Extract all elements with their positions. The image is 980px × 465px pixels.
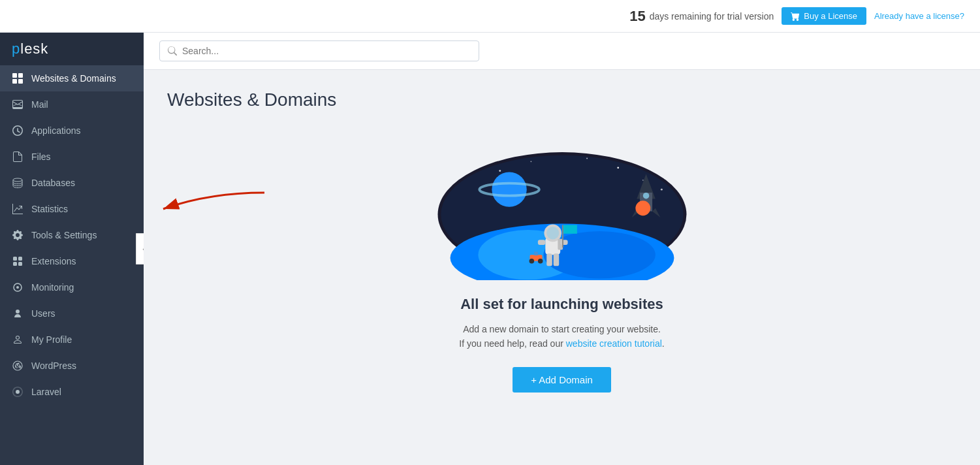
svg-rect-0	[12, 73, 17, 78]
already-license-link[interactable]: Already have a license?	[874, 11, 964, 21]
svg-point-16	[660, 189, 662, 191]
my-profile-icon	[12, 334, 24, 345]
search-bar-area	[144, 33, 980, 70]
sidebar-item-databases[interactable]: Databases	[0, 170, 144, 196]
svg-point-30	[546, 227, 559, 239]
svg-rect-33	[553, 253, 559, 266]
center-description: Add a new domain to start creating your …	[459, 322, 664, 351]
svg-rect-37	[563, 225, 577, 233]
center-desc-part2: If you need help, read our	[459, 338, 565, 349]
svg-point-8	[16, 390, 20, 394]
tools-settings-icon	[12, 229, 24, 241]
search-input-wrap	[159, 40, 479, 61]
trial-text: days remaining for trial version	[650, 11, 774, 22]
sidebar-item-my-profile[interactable]: My Profile	[0, 327, 144, 353]
svg-point-11	[499, 170, 501, 172]
svg-point-22	[543, 231, 655, 278]
svg-rect-2	[12, 79, 17, 84]
svg-point-4	[13, 178, 22, 182]
search-input[interactable]	[182, 46, 471, 56]
sidebar-item-label-extensions: Extensions	[31, 256, 76, 266]
sidebar-item-label-files: Files	[31, 152, 51, 162]
svg-rect-32	[546, 253, 552, 266]
add-domain-button[interactable]: + Add Domain	[513, 367, 611, 393]
sidebar: plesk Websites & Domains Mail Applicatio…	[0, 33, 144, 465]
cart-icon	[791, 12, 800, 21]
svg-point-12	[530, 161, 531, 162]
sidebar-item-tools-settings[interactable]: Tools & Settings	[0, 222, 144, 248]
sidebar-item-extensions[interactable]: Extensions	[0, 248, 144, 274]
svg-point-38	[635, 200, 650, 216]
databases-icon	[12, 177, 24, 189]
files-icon	[12, 151, 24, 163]
svg-point-41	[537, 259, 543, 264]
sidebar-item-label-laravel: Laravel	[31, 387, 61, 397]
sidebar-item-websites-domains[interactable]: Websites & Domains	[0, 65, 144, 91]
sidebar-item-mail[interactable]: Mail	[0, 91, 144, 118]
svg-rect-36	[562, 225, 563, 247]
svg-rect-34	[537, 240, 545, 245]
page-title: Websites & Domains	[167, 89, 956, 110]
users-icon	[12, 308, 24, 319]
svg-rect-35	[560, 240, 567, 245]
sidebar-item-label-my-profile: My Profile	[31, 334, 72, 345]
sidebar-item-label-monitoring: Monitoring	[31, 282, 74, 293]
buy-license-label: Buy a License	[804, 11, 857, 21]
svg-point-27	[642, 193, 649, 199]
laravel-icon	[12, 386, 24, 398]
website-creation-tutorial-link[interactable]: website creation tutorial	[566, 338, 662, 349]
svg-point-13	[617, 167, 619, 168]
svg-rect-1	[18, 73, 23, 78]
svg-point-17	[586, 158, 588, 159]
sidebar-item-monitoring[interactable]: Monitoring	[0, 274, 144, 300]
sidebar-item-laravel[interactable]: Laravel	[0, 379, 144, 405]
sidebar-item-label-mail: Mail	[31, 99, 48, 110]
applications-icon	[12, 125, 24, 136]
svg-point-40	[529, 259, 534, 264]
statistics-icon	[12, 203, 24, 215]
extensions-icon	[12, 255, 24, 267]
websites-domains-icon	[12, 72, 24, 84]
svg-point-14	[642, 180, 643, 181]
content-area: Websites & Domains	[144, 33, 980, 465]
main-layout: plesk Websites & Domains Mail Applicatio…	[0, 33, 980, 465]
sidebar-item-label-statistics: Statistics	[31, 204, 68, 214]
sidebar-item-label-databases: Databases	[31, 178, 75, 188]
trial-days: 15	[629, 8, 645, 25]
svg-rect-42	[534, 251, 538, 255]
sidebar-item-statistics[interactable]: Statistics	[0, 196, 144, 222]
sidebar-item-applications[interactable]: Applications	[0, 118, 144, 144]
topbar: 15 days remaining for trial version Buy …	[0, 0, 980, 33]
center-panel: All set for launching websites Add a new…	[167, 130, 956, 393]
logo-area: plesk	[0, 33, 144, 65]
sidebar-collapse-button[interactable]: ‹	[136, 233, 144, 265]
monitoring-icon	[12, 281, 24, 293]
sidebar-item-label-applications: Applications	[31, 125, 81, 136]
sidebar-item-users[interactable]: Users	[0, 300, 144, 327]
svg-point-6	[16, 286, 19, 289]
mail-icon	[12, 99, 24, 110]
center-desc-part1: Add a new domain to start creating your …	[463, 324, 661, 334]
svg-point-18	[492, 172, 526, 207]
sidebar-item-label-tools-settings: Tools & Settings	[31, 230, 97, 240]
search-icon	[168, 46, 177, 56]
center-heading: All set for launching websites	[460, 296, 663, 313]
illustration	[432, 130, 693, 280]
logo: plesk	[12, 40, 48, 57]
sidebar-item-label-users: Users	[31, 308, 55, 319]
sidebar-item-label-websites-domains: Websites & Domains	[31, 73, 116, 84]
wordpress-icon	[12, 360, 24, 372]
svg-rect-3	[18, 79, 23, 84]
center-desc-end: .	[662, 338, 665, 349]
sidebar-item-wordpress[interactable]: WordPress	[0, 353, 144, 379]
page-content: Websites & Domains	[144, 70, 980, 465]
buy-license-button[interactable]: Buy a License	[782, 7, 866, 25]
sidebar-item-files[interactable]: Files	[0, 144, 144, 170]
sidebar-item-label-wordpress: WordPress	[31, 361, 76, 371]
